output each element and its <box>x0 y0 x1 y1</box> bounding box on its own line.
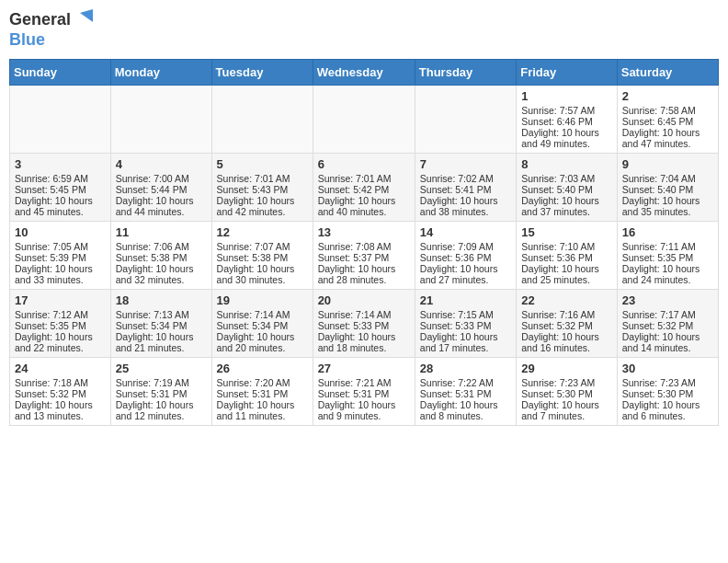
calendar-cell: 20Sunrise: 7:14 AMSunset: 5:33 PMDayligh… <box>313 289 415 357</box>
day-number: 12 <box>217 225 308 239</box>
day-info: and 38 minutes. <box>420 206 511 217</box>
day-info: Sunset: 5:38 PM <box>217 252 308 263</box>
calendar-cell: 28Sunrise: 7:22 AMSunset: 5:31 PMDayligh… <box>415 357 516 425</box>
calendar-cell: 7Sunrise: 7:02 AMSunset: 5:41 PMDaylight… <box>415 153 516 221</box>
day-info: Sunset: 5:42 PM <box>318 184 410 195</box>
day-info: Daylight: 10 hours <box>15 195 106 206</box>
calendar-cell: 27Sunrise: 7:21 AMSunset: 5:31 PMDayligh… <box>313 357 415 425</box>
day-info: and 13 minutes. <box>15 410 106 421</box>
day-info: Daylight: 10 hours <box>318 399 410 410</box>
day-info: Daylight: 10 hours <box>521 195 612 206</box>
col-header-friday: Friday <box>517 59 618 85</box>
day-number: 28 <box>420 362 511 375</box>
day-info: Sunset: 5:31 PM <box>116 388 207 399</box>
day-info: and 17 minutes. <box>420 342 511 353</box>
calendar-cell: 21Sunrise: 7:15 AMSunset: 5:33 PMDayligh… <box>415 289 516 357</box>
day-info: Sunrise: 7:13 AM <box>116 309 207 320</box>
day-info: Daylight: 10 hours <box>15 399 106 410</box>
day-info: Sunset: 6:46 PM <box>521 116 612 127</box>
day-info: and 12 minutes. <box>116 410 207 421</box>
calendar-cell: 23Sunrise: 7:17 AMSunset: 5:32 PMDayligh… <box>617 289 718 357</box>
day-number: 2 <box>622 89 713 103</box>
day-info: and 28 minutes. <box>318 274 410 285</box>
calendar-cell: 18Sunrise: 7:13 AMSunset: 5:34 PMDayligh… <box>110 289 211 357</box>
day-number: 3 <box>15 157 106 171</box>
col-header-monday: Monday <box>110 59 211 85</box>
calendar-week-5: 24Sunrise: 7:18 AMSunset: 5:32 PMDayligh… <box>10 357 719 425</box>
calendar-cell: 1Sunrise: 7:57 AMSunset: 6:46 PMDaylight… <box>517 85 618 153</box>
day-info: Sunset: 6:45 PM <box>622 116 713 127</box>
day-info: Sunrise: 7:20 AM <box>217 377 308 388</box>
day-info: Sunset: 5:38 PM <box>116 252 207 263</box>
day-info: Sunset: 5:45 PM <box>15 184 106 195</box>
calendar-cell: 24Sunrise: 7:18 AMSunset: 5:32 PMDayligh… <box>10 357 111 425</box>
day-number: 11 <box>116 225 207 239</box>
calendar-week-4: 17Sunrise: 7:12 AMSunset: 5:35 PMDayligh… <box>10 289 719 357</box>
day-number: 7 <box>420 157 511 171</box>
calendar-cell: 29Sunrise: 7:23 AMSunset: 5:30 PMDayligh… <box>517 357 618 425</box>
calendar-table: SundayMondayTuesdayWednesdayThursdayFrid… <box>9 59 719 426</box>
day-info: and 30 minutes. <box>217 274 308 285</box>
calendar-cell: 11Sunrise: 7:06 AMSunset: 5:38 PMDayligh… <box>110 221 211 289</box>
day-info: Daylight: 10 hours <box>217 263 308 274</box>
day-info: Sunset: 5:31 PM <box>420 388 511 399</box>
day-info: and 35 minutes. <box>622 206 713 217</box>
day-info: and 45 minutes. <box>15 206 106 217</box>
day-info: Sunset: 5:31 PM <box>217 388 308 399</box>
day-info: Daylight: 10 hours <box>420 399 511 410</box>
day-number: 29 <box>521 362 612 375</box>
day-info: Sunset: 5:35 PM <box>15 320 106 331</box>
day-info: and 16 minutes. <box>521 342 612 353</box>
calendar-cell: 25Sunrise: 7:19 AMSunset: 5:31 PMDayligh… <box>110 357 211 425</box>
day-number: 21 <box>420 293 511 307</box>
day-info: and 25 minutes. <box>521 274 612 285</box>
day-info: Daylight: 10 hours <box>622 263 713 274</box>
day-info: Daylight: 10 hours <box>217 195 308 206</box>
day-number: 24 <box>15 362 106 375</box>
col-header-sunday: Sunday <box>10 59 111 85</box>
day-info: and 14 minutes. <box>622 342 713 353</box>
day-info: and 21 minutes. <box>116 342 207 353</box>
day-info: Daylight: 10 hours <box>116 399 207 410</box>
day-info: Daylight: 10 hours <box>622 331 713 342</box>
day-info: Sunrise: 7:23 AM <box>521 377 612 388</box>
logo: General Blue <box>9 9 93 50</box>
day-number: 1 <box>521 89 612 103</box>
day-info: Daylight: 10 hours <box>116 195 207 206</box>
calendar-cell <box>110 85 211 153</box>
day-info: and 11 minutes. <box>217 410 308 421</box>
day-info: and 20 minutes. <box>217 342 308 353</box>
calendar-cell: 17Sunrise: 7:12 AMSunset: 5:35 PMDayligh… <box>10 289 111 357</box>
day-info: Sunset: 5:32 PM <box>622 320 713 331</box>
day-info: Sunrise: 7:06 AM <box>116 241 207 252</box>
calendar-cell: 15Sunrise: 7:10 AMSunset: 5:36 PMDayligh… <box>517 221 618 289</box>
calendar-week-1: 1Sunrise: 7:57 AMSunset: 6:46 PMDaylight… <box>10 85 719 153</box>
logo-blue-text: Blue <box>9 31 45 50</box>
calendar-week-2: 3Sunrise: 6:59 AMSunset: 5:45 PMDaylight… <box>10 153 719 221</box>
day-info: Sunrise: 7:57 AM <box>521 105 612 116</box>
day-number: 6 <box>318 157 410 171</box>
day-info: Sunrise: 7:15 AM <box>420 309 511 320</box>
day-info: Daylight: 10 hours <box>15 263 106 274</box>
day-info: Sunset: 5:30 PM <box>622 388 713 399</box>
day-info: Sunset: 5:44 PM <box>116 184 207 195</box>
day-number: 15 <box>521 225 612 239</box>
day-number: 13 <box>318 225 410 239</box>
day-info: Sunrise: 7:11 AM <box>622 241 713 252</box>
calendar-cell: 26Sunrise: 7:20 AMSunset: 5:31 PMDayligh… <box>211 357 313 425</box>
day-info: Sunset: 5:34 PM <box>217 320 308 331</box>
day-info: and 44 minutes. <box>116 206 207 217</box>
day-info: Sunrise: 7:18 AM <box>15 377 106 388</box>
day-info: and 32 minutes. <box>116 274 207 285</box>
day-info: Sunrise: 7:03 AM <box>521 173 612 184</box>
calendar-cell: 3Sunrise: 6:59 AMSunset: 5:45 PMDaylight… <box>10 153 111 221</box>
calendar-cell: 9Sunrise: 7:04 AMSunset: 5:40 PMDaylight… <box>617 153 718 221</box>
day-number: 25 <box>116 362 207 375</box>
day-info: and 27 minutes. <box>420 274 511 285</box>
day-number: 17 <box>15 293 106 307</box>
day-info: Sunrise: 7:17 AM <box>622 309 713 320</box>
logo-bird-icon <box>73 9 93 29</box>
day-info: Sunset: 5:35 PM <box>622 252 713 263</box>
day-number: 18 <box>116 293 207 307</box>
day-info: Daylight: 10 hours <box>420 263 511 274</box>
